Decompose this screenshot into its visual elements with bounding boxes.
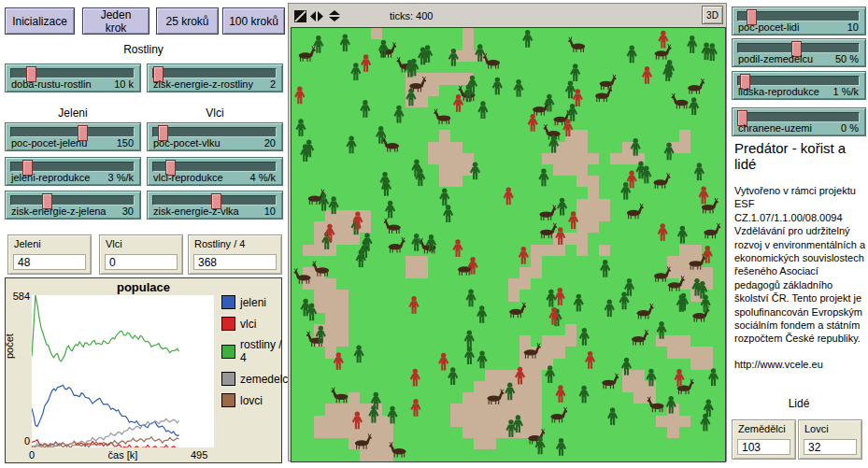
legend-label: vlci [240, 318, 256, 331]
one-step-button[interactable]: Jeden krok [82, 7, 149, 35]
legend-label: rostliny / 4 [240, 338, 291, 364]
monitor-value: 0 [105, 254, 178, 270]
model-title: Predátor - kořist a lidé [734, 140, 865, 172]
reset-perspective-icon[interactable] [294, 10, 306, 22]
slider-label: vlci-reprodukce [153, 172, 223, 183]
x-max-label: 495 [191, 449, 207, 461]
slider-value: 150 [117, 137, 134, 149]
slider-value: 10 [847, 21, 859, 33]
slider-track[interactable] [152, 68, 277, 78]
monitor-label: Zemědělci [738, 423, 795, 434]
legend-item-vlci: vlci [221, 317, 291, 331]
slider-label: doba-rustu-rostlin [11, 78, 92, 90]
plot-canvas [32, 295, 214, 447]
slider-track[interactable] [737, 43, 860, 53]
slider-value: 10 k [114, 78, 134, 90]
init-button[interactable]: Inicializace [5, 7, 75, 35]
3d-button[interactable]: 3D [702, 6, 723, 24]
monitor-value: 32 [804, 439, 857, 455]
slider-track[interactable] [10, 162, 135, 172]
slider-track[interactable] [10, 195, 135, 206]
slider-poc-pocet-jelenu[interactable]: poc-pocet-jelenu150 [5, 122, 141, 151]
legend-item-lovci: lovci [221, 393, 291, 407]
slider-podil-zemedelcu[interactable]: podil-zemedelcu50 % [732, 38, 866, 67]
monitor-value: 103 [737, 439, 790, 455]
slider-track[interactable] [10, 68, 135, 78]
legend-label: zemedelci [240, 373, 291, 386]
slider-value: 3 %/k [107, 172, 134, 183]
monitor-label: Jeleni [14, 238, 91, 249]
legend-item-zemedelci: zemedelci [221, 372, 291, 386]
slider-label: zisk-energie-z-rostliny [153, 78, 253, 90]
slider-chranene-uzemi[interactable]: chranene-uzemi0 % [732, 107, 866, 136]
slider-value: 10 [264, 206, 276, 217]
100-steps-button[interactable]: 100 kroků [222, 7, 285, 35]
slider-doba-rustu-rostlin[interactable]: doba-rustu-rostlin10 k [5, 64, 141, 92]
world-view: ticks: 400 3D [288, 3, 727, 461]
population-plot: populace 584 0 počet 0 čas [k] 495 jelen… [5, 277, 282, 463]
legend-item-jeleni: jeleni [221, 295, 291, 309]
y-axis-title: počet [4, 333, 15, 359]
slider-zisk-energie-z-rostliny[interactable]: zisk-energie-z-rostliny2 [147, 64, 283, 92]
ticks-counter: ticks: 400 [390, 10, 433, 21]
section-lide: Lidé [732, 397, 866, 410]
slider-label: zisk-energie-z-vlka [153, 206, 239, 217]
horizontal-arrows-icon[interactable] [310, 10, 324, 22]
slider-zisk-energie-z-jelena[interactable]: zisk-energie-z-jelena30 [5, 191, 141, 220]
slider-track[interactable] [737, 11, 860, 21]
vertical-arrows-icon[interactable] [328, 10, 341, 22]
slider-value: 50 % [835, 53, 859, 64]
plot-area [32, 295, 214, 447]
slider-track[interactable] [152, 195, 277, 206]
slider-label: poc-pocet-vlku [153, 137, 221, 149]
slider-track[interactable] [737, 76, 860, 86]
section-vlci: Vlci [147, 106, 283, 120]
slider-zisk-energie-z-vlka[interactable]: zisk-energie-z-vlka10 [147, 191, 283, 220]
world-canvas [291, 27, 726, 462]
view-header: ticks: 400 3D [291, 6, 724, 26]
slider-track[interactable] [152, 127, 277, 137]
slider-value: 2 [270, 78, 276, 90]
slider-vlci-reprodukce[interactable]: vlci-reprodukce4 %/k [147, 157, 283, 186]
monitor-rostliny: Rostliny / 4 368 [188, 234, 282, 275]
slider-label: chranene-uzemi [738, 122, 812, 134]
info-panel: Predátor - kořist a lidé Vytvořeno v rám… [734, 140, 865, 370]
netlogo-app: Inicializace Jeden krok 25 kroků 100 kro… [0, 0, 868, 468]
slider-jeleni-reprodukce[interactable]: jeleni-reprodukce3 %/k [5, 157, 141, 186]
slider-value: 1 %/k [832, 86, 859, 97]
slider-track[interactable] [737, 112, 860, 122]
x-axis-title: čas [k] [32, 449, 214, 461]
25-steps-button[interactable]: 25 kroků [156, 7, 219, 35]
legend-swatch-lovci [221, 393, 235, 407]
slider-poc-pocet-vlku[interactable]: poc-pocet-vlku20 [147, 122, 283, 151]
plot-legend: jeleni vlci rostliny / 4 zemedelci lovci [221, 295, 291, 415]
legend-swatch-zemedelci [221, 372, 235, 386]
plot-title: populace [6, 280, 281, 294]
y-min-label: 0 [7, 435, 30, 447]
monitor-label: Vlci [106, 238, 182, 249]
monitor-label: Rostliny / 4 [194, 238, 281, 249]
slider-value: 0 % [841, 122, 859, 134]
slider-value: 4 %/k [249, 172, 276, 183]
y-max-label: 584 [7, 291, 30, 302]
slider-label: jeleni-reprodukce [11, 172, 90, 183]
slider-label: lidska-reprodukce [738, 86, 819, 97]
slider-label: poc-pocet-lidi [738, 21, 799, 33]
slider-track[interactable] [152, 162, 277, 172]
legend-label: lovci [240, 394, 263, 407]
slider-value: 30 [122, 206, 134, 217]
monitor-label: Lovci [804, 423, 861, 434]
monitor-value: 368 [193, 254, 277, 270]
monitor-zemedelci: Zemědělci 103 [732, 419, 796, 460]
slider-value: 20 [264, 137, 276, 149]
legend-swatch-rostliny [221, 345, 235, 359]
slider-track[interactable] [10, 127, 135, 137]
monitor-vlci: Vlci 0 [99, 234, 183, 275]
website-url[interactable]: http://www.vcele.eu [734, 359, 865, 370]
slider-poc-pocet-lidi[interactable]: poc-pocet-lidi10 [732, 7, 866, 35]
section-rostliny: Rostliny [0, 43, 287, 56]
legend-swatch-jeleni [221, 295, 235, 309]
project-description: Vytvořeno v rámci projektu ESF CZ.1.07/1… [734, 184, 865, 346]
slider-label: zisk-energie-z-jelena [11, 206, 107, 217]
slider-lidska-reprodukce[interactable]: lidska-reprodukce1 %/k [732, 71, 866, 100]
